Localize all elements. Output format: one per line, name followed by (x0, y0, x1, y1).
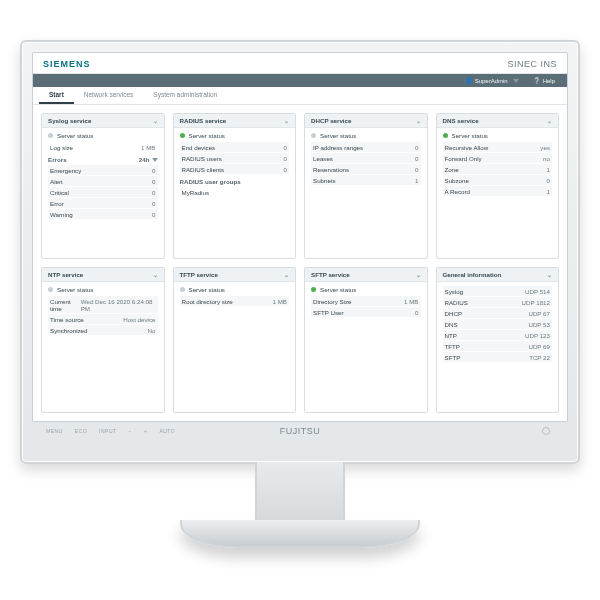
chevron-down-icon (513, 79, 519, 83)
card-title: NTP service (48, 271, 83, 278)
chevron-down-icon: ⌄ (416, 271, 421, 278)
card-title: TFTP service (180, 271, 218, 278)
status-label: Server status (189, 132, 225, 139)
power-icon (542, 427, 550, 435)
status-dot (180, 133, 185, 138)
chevron-down-icon: ⌄ (284, 117, 289, 124)
status-dot (48, 287, 53, 292)
chevron-down-icon: ⌄ (284, 271, 289, 278)
status-label: Server status (452, 132, 488, 139)
chevron-down-icon: ⌄ (416, 117, 421, 124)
chevron-down-icon: ⌄ (153, 271, 158, 278)
main-tabs: Start Network services System administra… (33, 87, 567, 105)
status-label: Server status (189, 286, 225, 293)
vendor-logo: SIEMENS (43, 59, 91, 69)
status-dot (311, 133, 316, 138)
user-menu[interactable]: 👤 SuperAdmin (465, 77, 519, 84)
card-radius[interactable]: RADIUS service⌄ Server status End device… (173, 113, 297, 259)
status-dot (48, 133, 53, 138)
help-link[interactable]: ❔ Help (533, 77, 555, 84)
monitor-frame: SIEMENS SINEC INS 👤 SuperAdmin ❔ Help St… (20, 40, 580, 548)
card-ntp[interactable]: NTP service⌄ Server status Current timeW… (41, 267, 165, 413)
product-name: SINEC INS (507, 59, 557, 69)
chevron-down-icon: ⌄ (547, 271, 552, 278)
status-label: Server status (320, 132, 356, 139)
monitor-brand: FUJITSU (280, 426, 321, 436)
status-label: Server status (57, 286, 93, 293)
monitor-bezel: SIEMENS SINEC INS 👤 SuperAdmin ❔ Help St… (20, 40, 580, 464)
chevron-down-icon: ⌄ (547, 117, 552, 124)
status-dot (180, 287, 185, 292)
dashboard-grid: Syslog service⌄ Server status Log size1 … (33, 105, 567, 421)
chevron-down-icon (152, 158, 158, 162)
app-header: SIEMENS SINEC INS (33, 53, 567, 74)
monitor-stand-neck (255, 462, 345, 522)
tab-start[interactable]: Start (39, 87, 74, 104)
card-tftp[interactable]: TFTP service⌄ Server status Root directo… (173, 267, 297, 413)
card-dhcp[interactable]: DHCP service⌄ Server status IP address r… (304, 113, 428, 259)
card-syslog[interactable]: Syslog service⌄ Server status Log size1 … (41, 113, 165, 259)
chevron-down-icon: ⌄ (153, 117, 158, 124)
status-label: Server status (57, 132, 93, 139)
card-title: General information (443, 271, 502, 278)
card-dns[interactable]: DNS service⌄ Server status Recursive All… (436, 113, 560, 259)
card-sftp[interactable]: SFTP service⌄ Server status Directory Si… (304, 267, 428, 413)
error-list: Emergency0 Alert0 Critical0 Error0 Warni… (48, 165, 158, 219)
status-dot (311, 287, 316, 292)
card-general-info[interactable]: General information⌄ SyslogUDP 514 RADIU… (436, 267, 560, 413)
tab-system-admin[interactable]: System administration (143, 87, 227, 104)
monitor-brand-row: MENUECOINPUT−+AUTO FUJITSU (32, 422, 568, 440)
card-title: DHCP service (311, 117, 351, 124)
card-title: DNS service (443, 117, 479, 124)
card-title: Syslog service (48, 117, 91, 124)
status-dot (443, 133, 448, 138)
monitor-stand-base (180, 520, 420, 548)
status-label: Server status (320, 286, 356, 293)
card-title: RADIUS service (180, 117, 227, 124)
app-screen: SIEMENS SINEC INS 👤 SuperAdmin ❔ Help St… (32, 52, 568, 422)
tab-network-services[interactable]: Network services (74, 87, 143, 104)
user-bar: 👤 SuperAdmin ❔ Help (33, 74, 567, 87)
monitor-buttons: MENUECOINPUT−+AUTO (46, 428, 175, 434)
card-title: SFTP service (311, 271, 350, 278)
